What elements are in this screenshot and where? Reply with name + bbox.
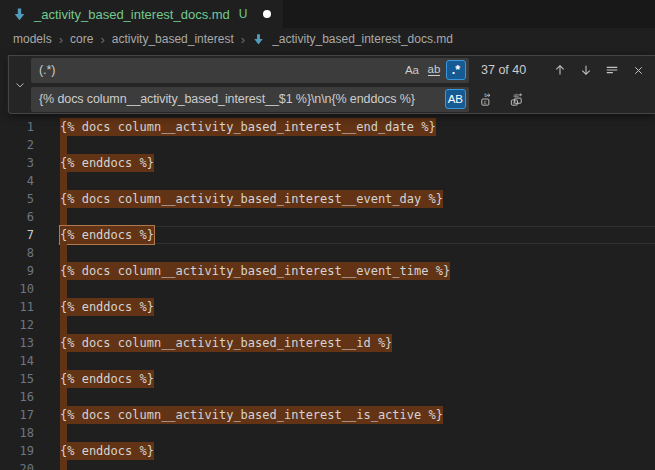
gutter-space bbox=[34, 244, 60, 262]
find-value: (.*) bbox=[39, 63, 400, 77]
gutter-space bbox=[34, 262, 60, 280]
gutter-space bbox=[34, 316, 60, 334]
regex-toggle[interactable]: .* bbox=[446, 60, 466, 80]
find-match-highlight: {% docs column__activity_based_interest_… bbox=[60, 262, 450, 280]
code-line[interactable]: 11 {% enddocs %} bbox=[0, 298, 655, 316]
breadcrumb-separator: › bbox=[100, 32, 104, 47]
line-number: 12 bbox=[0, 316, 34, 334]
code-line[interactable]: 9 {% docs column__activity_based_interes… bbox=[0, 262, 655, 280]
svg-text:b: b bbox=[484, 92, 487, 98]
code-line[interactable]: 13 {% docs column__activity_based_intere… bbox=[0, 334, 655, 352]
line-content: {% docs column__activity_based_interest_… bbox=[60, 262, 450, 280]
line-content bbox=[60, 136, 67, 154]
tab-bar: _activity_based_interest_docs.md U bbox=[0, 0, 655, 28]
code-line[interactable]: 18 bbox=[0, 424, 655, 442]
gutter-space bbox=[34, 136, 60, 154]
replace-input[interactable]: {% docs column__activity_based_interest_… bbox=[31, 87, 469, 112]
next-match-button[interactable] bbox=[575, 59, 597, 81]
code-lines[interactable]: 1 {% docs column__activity_based_interes… bbox=[0, 118, 655, 470]
code-line[interactable]: 6 bbox=[0, 208, 655, 226]
find-match-highlight bbox=[60, 208, 67, 226]
code-line[interactable]: 17 {% docs column__activity_based_intere… bbox=[0, 406, 655, 424]
gutter-space bbox=[34, 226, 60, 244]
gutter-space bbox=[34, 172, 60, 190]
replace-button[interactable]: b c bbox=[475, 88, 497, 110]
line-number: 10 bbox=[0, 280, 34, 298]
line-content bbox=[60, 244, 67, 262]
line-content bbox=[60, 424, 67, 442]
code-line[interactable]: 3 {% enddocs %} bbox=[0, 154, 655, 172]
breadcrumb-item-activity-based-interest[interactable]: activity_based_interest bbox=[112, 32, 234, 46]
find-match-highlight bbox=[60, 424, 67, 442]
code-line[interactable]: 12 bbox=[0, 316, 655, 334]
find-match-highlight: {% enddocs %} bbox=[60, 442, 154, 460]
breadcrumb-item-models[interactable]: models bbox=[13, 32, 52, 46]
code-line[interactable]: 2 bbox=[0, 136, 655, 154]
find-match-highlight bbox=[60, 460, 67, 470]
code-line[interactable]: 16 bbox=[0, 388, 655, 406]
toggle-replace-chevron[interactable] bbox=[9, 56, 31, 113]
find-input[interactable]: (.*) Aa ab .* bbox=[31, 58, 469, 83]
chevron-down-icon bbox=[14, 79, 26, 91]
line-content bbox=[60, 460, 67, 470]
code-line[interactable]: 7 {% enddocs %} bbox=[0, 226, 655, 244]
replace-value: {% docs column__activity_based_interest_… bbox=[39, 92, 443, 106]
previous-match-button[interactable] bbox=[549, 59, 571, 81]
breadcrumb-item-file[interactable]: _activity_based_interest_docs.md bbox=[272, 32, 453, 46]
code-line[interactable]: 10 bbox=[0, 280, 655, 298]
close-icon bbox=[632, 64, 645, 77]
replace-all-button[interactable]: ab c bbox=[505, 88, 527, 110]
gutter-space bbox=[34, 190, 60, 208]
find-match-highlight: {% docs column__activity_based_interest_… bbox=[60, 190, 443, 208]
line-number: 5 bbox=[0, 190, 34, 208]
line-number: 3 bbox=[0, 154, 34, 172]
gutter-space bbox=[34, 118, 60, 136]
whole-word-toggle[interactable]: ab bbox=[424, 60, 444, 80]
code-line[interactable]: 4 bbox=[0, 172, 655, 190]
code-line[interactable]: 19 {% enddocs %} bbox=[0, 442, 655, 460]
preserve-case-toggle[interactable]: AB bbox=[445, 89, 466, 109]
code-line[interactable]: 15 {% enddocs %} bbox=[0, 370, 655, 388]
markdown-file-icon bbox=[252, 33, 265, 46]
gutter-space bbox=[34, 280, 60, 298]
line-number: 1 bbox=[0, 118, 34, 136]
current-find-match: {% enddocs %} bbox=[60, 226, 154, 244]
line-number: 8 bbox=[0, 244, 34, 262]
find-in-selection-button[interactable] bbox=[601, 59, 623, 81]
breadcrumb: models › core › activity_based_interest … bbox=[0, 28, 655, 50]
line-number: 14 bbox=[0, 352, 34, 370]
vscode-window: _activity_based_interest_docs.md U model… bbox=[0, 0, 655, 470]
editor-pane: (.*) Aa ab .* 37 of 40 bbox=[0, 50, 655, 470]
line-number: 6 bbox=[0, 208, 34, 226]
match-case-toggle[interactable]: Aa bbox=[402, 60, 422, 80]
code-line[interactable]: 8 bbox=[0, 244, 655, 262]
code-line[interactable]: 5 {% docs column__activity_based_interes… bbox=[0, 190, 655, 208]
line-content: {% docs column__activity_based_interest_… bbox=[60, 118, 436, 136]
close-find-widget-button[interactable] bbox=[627, 59, 649, 81]
line-number: 13 bbox=[0, 334, 34, 352]
code-line[interactable]: 1 {% docs column__activity_based_interes… bbox=[0, 118, 655, 136]
markdown-file-icon bbox=[12, 7, 27, 22]
gutter-space bbox=[34, 334, 60, 352]
code-line[interactable]: 14 bbox=[0, 352, 655, 370]
code-line[interactable]: 20 bbox=[0, 460, 655, 470]
find-match-highlight bbox=[60, 172, 67, 190]
replace-all-icon: ab c bbox=[509, 92, 524, 107]
line-number: 2 bbox=[0, 136, 34, 154]
line-content bbox=[60, 352, 67, 370]
find-match-highlight bbox=[60, 244, 67, 262]
breadcrumb-item-core[interactable]: core bbox=[70, 32, 93, 46]
find-match-highlight bbox=[60, 136, 67, 154]
svg-text:c: c bbox=[512, 99, 515, 105]
find-match-highlight: {% enddocs %} bbox=[60, 370, 154, 388]
tab-activity-based-interest-docs[interactable]: _activity_based_interest_docs.md U bbox=[0, 0, 284, 28]
line-number: 20 bbox=[0, 460, 34, 470]
line-content: {% enddocs %} bbox=[60, 154, 154, 172]
replace-icon: b c bbox=[479, 92, 494, 107]
unsaved-changes-dot[interactable] bbox=[263, 10, 271, 18]
gutter-space bbox=[34, 370, 60, 388]
line-number: 17 bbox=[0, 406, 34, 424]
gutter-space bbox=[34, 352, 60, 370]
selection-lines-icon bbox=[605, 63, 619, 77]
breadcrumb-separator: › bbox=[241, 32, 245, 47]
